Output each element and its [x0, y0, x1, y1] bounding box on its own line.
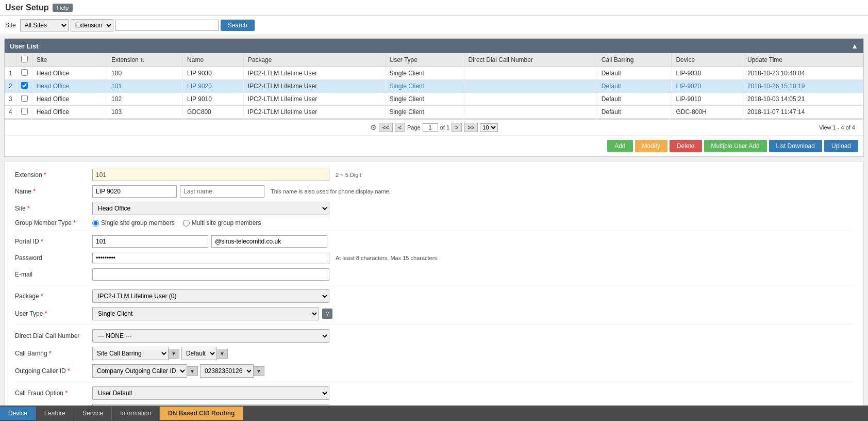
outgoing-caller-id-type-arrow[interactable]: ▼ [187, 366, 198, 376]
add-button[interactable]: Add [607, 140, 632, 152]
email-input[interactable] [92, 268, 329, 281]
search-input[interactable] [115, 20, 219, 31]
call-fraud-option-select[interactable]: User Default [92, 386, 329, 400]
portal-id-row: Portal ID * [15, 235, 853, 248]
help-button[interactable]: Help [53, 4, 73, 12]
site-select[interactable]: All Sites Head Office [20, 19, 69, 31]
items-per-page-select[interactable]: 10 25 50 [480, 123, 498, 132]
page-header: User Setup Help [0, 0, 868, 16]
multi-site-label: Multi site group members [192, 219, 261, 226]
user-list-header: User List ▲ [5, 39, 863, 53]
outgoing-caller-id-number-wrap: 02382350126 ▼ [200, 364, 264, 378]
row-checkbox-cell [16, 93, 32, 106]
portal-id-input-group [92, 235, 327, 248]
multi-site-radio[interactable] [183, 220, 190, 226]
package-select-wrap: IPC2-LTLM Lifetime User (0) [92, 289, 329, 303]
modify-button[interactable]: Modify [635, 140, 667, 152]
direct-dial-select-wrap: --- NONE --- [92, 329, 329, 343]
extension-link[interactable]: 101 [111, 83, 122, 90]
outgoing-caller-id-number-select[interactable]: 02382350126 [200, 364, 254, 378]
row-update-time: 2018-10-26 15:10:19 [743, 80, 863, 93]
row-package: IPC2-LTLM Lifetime User [243, 93, 385, 106]
pagination-wrapper: ⚙ << < Page of 1 > >> 10 25 50 View 1 - … [5, 119, 863, 135]
table-row[interactable]: 4 Head Office 103 GDC800 IPC2-LTLM Lifet… [5, 106, 863, 119]
call-barring-value-select-wrap: Default ▼ [181, 347, 228, 360]
collapse-icon[interactable]: ▲ [851, 42, 858, 50]
list-download-button[interactable]: List Download [769, 140, 822, 152]
site-form-select[interactable]: Head Office [92, 202, 329, 215]
first-name-input[interactable] [92, 185, 177, 198]
outgoing-caller-id-selects: Company Outgoing Caller ID Site Outgoing… [92, 364, 264, 378]
bottom-tab-dn-based-cid-routing[interactable]: DN Based CID Routing [160, 407, 243, 420]
upload-button[interactable]: Upload [824, 140, 858, 152]
row-user-type: Single Client [385, 106, 464, 119]
row-package: IPC2-LTLM Lifetime User [243, 106, 385, 119]
first-page-button[interactable]: << [379, 123, 393, 132]
row-num: 1 [5, 67, 16, 80]
extension-input[interactable] [92, 169, 329, 181]
call-barring-value-arrow[interactable]: ▼ [217, 349, 228, 359]
user-table: Site Extension ⇅ Name Package User Type … [5, 53, 863, 119]
row-checkbox[interactable] [21, 82, 28, 89]
multi-site-radio-label[interactable]: Multi site group members [183, 219, 261, 226]
col-name: Name [183, 53, 244, 67]
table-row[interactable]: 2 Head Office 101 LIP 9020 IPC2-LTLM Lif… [5, 80, 863, 93]
extension-label: Extension * [15, 171, 92, 179]
direct-dial-select[interactable]: --- NONE --- [92, 329, 329, 343]
update-time-link[interactable]: 2018-10-26 15:10:19 [747, 83, 805, 90]
call-barring-type-arrow[interactable]: ▼ [169, 349, 179, 359]
prev-page-button[interactable]: < [395, 123, 405, 132]
row-call-barring: Default [597, 80, 672, 93]
row-num: 2 [5, 80, 16, 93]
user-type-link[interactable]: Single Client [390, 83, 424, 90]
bottom-tab-information[interactable]: Information [112, 407, 160, 420]
call-barring-link[interactable]: Default [602, 83, 621, 90]
row-name: LIP 9030 [183, 67, 244, 80]
package-select[interactable]: IPC2-LTLM Lifetime User (0) [92, 289, 329, 303]
col-site: Site [32, 53, 107, 67]
single-site-label: Single site group members [101, 219, 175, 226]
extension-hint: 2 ~ 5 Digit [336, 172, 361, 178]
row-checkbox-cell [16, 80, 32, 93]
table-row[interactable]: 1 Head Office 100 LIP 9030 IPC2-LTLM Lif… [5, 67, 863, 80]
user-type-select[interactable]: Single Client [92, 307, 319, 320]
last-name-input[interactable] [180, 185, 264, 198]
col-extension: Extension ⇅ [107, 53, 183, 67]
multiple-user-add-button[interactable]: Multiple User Add [704, 140, 767, 152]
portal-domain-input[interactable] [211, 235, 327, 248]
call-barring-value-select[interactable]: Default [181, 347, 217, 360]
single-site-radio[interactable] [92, 220, 99, 226]
last-page-button[interactable]: >> [464, 123, 478, 132]
next-page-button[interactable]: > [452, 123, 462, 132]
password-input[interactable] [92, 252, 329, 264]
outgoing-caller-id-number-arrow[interactable]: ▼ [254, 366, 264, 376]
name-row: Name * This name is also used for phone … [15, 185, 853, 198]
page-input[interactable] [423, 123, 438, 132]
user-type-help-button[interactable]: ? [322, 309, 332, 319]
table-row[interactable]: 3 Head Office 102 LIP 9010 IPC2-LTLM Lif… [5, 93, 863, 106]
bottom-tab-feature[interactable]: Feature [36, 407, 74, 420]
password-label: Password [15, 254, 92, 262]
select-all-checkbox[interactable] [21, 56, 28, 62]
site-form-select-wrap: Head Office [92, 202, 329, 215]
call-barring-type-select[interactable]: Site Call Barring Company Call Barring [92, 347, 169, 360]
row-checkbox[interactable] [21, 95, 28, 102]
portal-id-input[interactable] [92, 235, 208, 248]
bottom-tab-device[interactable]: Device [0, 407, 36, 420]
row-checkbox-cell [16, 106, 32, 119]
row-checkbox[interactable] [21, 69, 28, 76]
search-button[interactable]: Search [221, 20, 255, 31]
outgoing-caller-id-label: Outgoing Caller ID * [15, 367, 92, 375]
filter-select[interactable]: Extension Name Package [71, 19, 113, 31]
site-link[interactable]: Head Office [37, 83, 69, 90]
outgoing-caller-id-type-select[interactable]: Company Outgoing Caller ID Site Outgoing… [92, 364, 187, 378]
password-row: Password At least 8 characters, Max 15 c… [15, 252, 853, 264]
name-link[interactable]: LIP 9020 [187, 83, 212, 90]
bottom-tab-service[interactable]: Service [74, 407, 112, 420]
row-checkbox[interactable] [21, 108, 28, 115]
gear-icon[interactable]: ⚙ [370, 123, 377, 132]
delete-button[interactable]: Delete [670, 140, 702, 152]
single-site-radio-label[interactable]: Single site group members [92, 219, 175, 226]
device-link[interactable]: LIP-9020 [676, 83, 701, 90]
row-site: Head Office [32, 80, 107, 93]
